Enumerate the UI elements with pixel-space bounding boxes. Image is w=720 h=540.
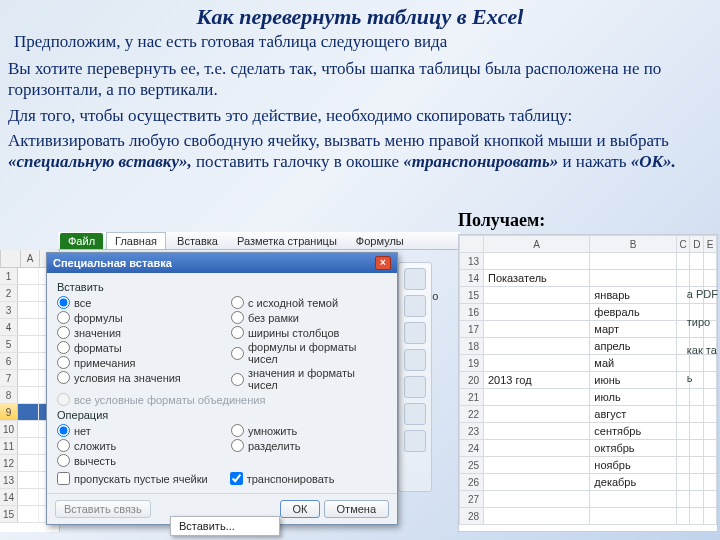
row-header[interactable]: 21: [460, 389, 484, 406]
cell[interactable]: [690, 406, 704, 423]
table-row[interactable]: 17март: [460, 321, 717, 338]
cell[interactable]: [18, 455, 39, 471]
radio-input[interactable]: [57, 341, 70, 354]
cell[interactable]: январь: [590, 287, 676, 304]
row-header[interactable]: 9: [0, 404, 18, 420]
cell[interactable]: декабрь: [590, 474, 676, 491]
radio-input[interactable]: [57, 454, 70, 467]
cell[interactable]: [18, 336, 39, 352]
row-header[interactable]: 11: [0, 438, 18, 454]
cell[interactable]: [690, 491, 704, 508]
cell[interactable]: [484, 457, 590, 474]
tool-icon[interactable]: [404, 403, 426, 425]
table-row[interactable]: 13: [460, 253, 717, 270]
tab-insert[interactable]: Вставка: [169, 233, 226, 249]
col-header[interactable]: B: [590, 236, 676, 253]
radio-option[interactable]: ширины столбцов: [231, 325, 387, 340]
row-header[interactable]: 1: [0, 268, 18, 284]
cell[interactable]: [484, 423, 590, 440]
row-header[interactable]: 19: [460, 355, 484, 372]
radio-option[interactable]: сложить: [57, 438, 213, 453]
cell[interactable]: [690, 253, 704, 270]
row-header[interactable]: 3: [0, 302, 18, 318]
cell[interactable]: [690, 474, 704, 491]
cell[interactable]: май: [590, 355, 676, 372]
cell[interactable]: ноябрь: [590, 457, 676, 474]
cell[interactable]: [676, 440, 690, 457]
radio-option[interactable]: все: [57, 295, 213, 310]
checkbox-input[interactable]: [230, 472, 243, 485]
radio-option[interactable]: значения и форматы чисел: [231, 366, 387, 392]
row-header[interactable]: 18: [460, 338, 484, 355]
radio-option[interactable]: форматы: [57, 340, 213, 355]
cell[interactable]: [690, 508, 704, 525]
cell[interactable]: [18, 404, 39, 420]
tab-formulas[interactable]: Формулы: [348, 233, 412, 249]
context-menu-item[interactable]: Вставить...: [171, 517, 279, 535]
cell[interactable]: [18, 489, 39, 505]
cell[interactable]: [484, 253, 590, 270]
radio-input[interactable]: [57, 296, 70, 309]
radio-input[interactable]: [231, 424, 244, 437]
cell[interactable]: [484, 338, 590, 355]
cancel-button[interactable]: Отмена: [324, 500, 389, 518]
cell[interactable]: [484, 406, 590, 423]
table-row[interactable]: 18апрель: [460, 338, 717, 355]
radio-input[interactable]: [231, 373, 244, 386]
cell[interactable]: [484, 321, 590, 338]
ok-button[interactable]: ОК: [280, 500, 321, 518]
cell[interactable]: [676, 253, 690, 270]
row-header[interactable]: 23: [460, 423, 484, 440]
cell[interactable]: [676, 508, 690, 525]
row-header[interactable]: 20: [460, 372, 484, 389]
row-header[interactable]: 6: [0, 353, 18, 369]
row-header[interactable]: 25: [460, 457, 484, 474]
table-row[interactable]: 202013 годиюнь: [460, 372, 717, 389]
table-row[interactable]: 15январь: [460, 287, 717, 304]
cell[interactable]: [676, 406, 690, 423]
radio-input[interactable]: [57, 326, 70, 339]
radio-input[interactable]: [57, 439, 70, 452]
col-header[interactable]: D: [690, 236, 704, 253]
cell[interactable]: [484, 287, 590, 304]
radio-option[interactable]: значения: [57, 325, 213, 340]
cell[interactable]: [484, 304, 590, 321]
tab-file[interactable]: Файл: [60, 233, 103, 249]
tool-icon[interactable]: [404, 268, 426, 290]
radio-option[interactable]: умножить: [231, 423, 387, 438]
cell[interactable]: [690, 457, 704, 474]
table-row[interactable]: 25ноябрь: [460, 457, 717, 474]
cell[interactable]: [676, 457, 690, 474]
row-header[interactable]: 8: [0, 387, 18, 403]
radio-option[interactable]: разделить: [231, 438, 387, 453]
cell[interactable]: октябрь: [590, 440, 676, 457]
tool-icon[interactable]: [404, 322, 426, 344]
radio-input[interactable]: [231, 311, 244, 324]
table-row[interactable]: 16февраль: [460, 304, 717, 321]
table-row[interactable]: 22август: [460, 406, 717, 423]
radio-option[interactable]: формулы и форматы чисел: [231, 340, 387, 366]
cell[interactable]: сентябрь: [590, 423, 676, 440]
tab-layout[interactable]: Разметка страницы: [229, 233, 345, 249]
tool-icon[interactable]: [404, 295, 426, 317]
cell[interactable]: [690, 423, 704, 440]
cell[interactable]: [18, 370, 39, 386]
row-header[interactable]: 13: [460, 253, 484, 270]
cell[interactable]: [18, 438, 39, 454]
table-row[interactable]: 28: [460, 508, 717, 525]
paste-link-button[interactable]: Вставить связь: [55, 500, 151, 518]
cell[interactable]: 2013 год: [484, 372, 590, 389]
cell[interactable]: [704, 253, 717, 270]
row-header[interactable]: 14: [460, 270, 484, 287]
col-header[interactable]: C: [676, 236, 690, 253]
checkbox-skip-blanks[interactable]: пропускать пустые ячейки: [57, 472, 208, 485]
row-header[interactable]: 14: [0, 489, 18, 505]
row-header[interactable]: 16: [460, 304, 484, 321]
cell[interactable]: [18, 421, 39, 437]
row-header[interactable]: 7: [0, 370, 18, 386]
cell[interactable]: [704, 508, 717, 525]
table-row[interactable]: 26декабрь: [460, 474, 717, 491]
col-header[interactable]: E: [704, 236, 717, 253]
radio-input[interactable]: [57, 371, 70, 384]
table-row[interactable]: 19май: [460, 355, 717, 372]
